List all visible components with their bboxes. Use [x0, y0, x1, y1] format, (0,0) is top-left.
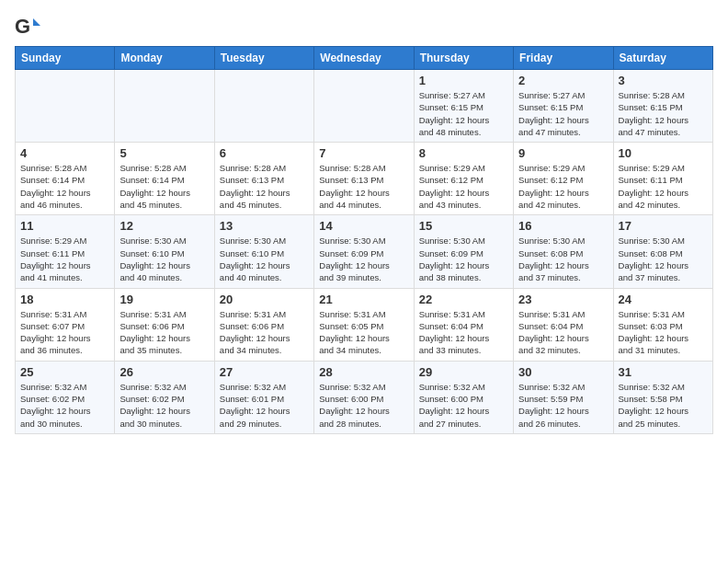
calendar-cell: 5Sunrise: 5:28 AM Sunset: 6:14 PM Daylig…: [115, 143, 214, 215]
day-detail: Sunrise: 5:29 AM Sunset: 6:11 PM Dayligh…: [619, 162, 708, 211]
day-number: 28: [319, 365, 408, 379]
calendar-cell: 11Sunrise: 5:29 AM Sunset: 6:11 PM Dayli…: [16, 215, 115, 288]
day-number: 25: [20, 365, 109, 379]
day-number: 9: [518, 146, 608, 160]
day-detail: Sunrise: 5:31 AM Sunset: 6:05 PM Dayligh…: [319, 308, 408, 357]
day-number: 2: [518, 74, 608, 87]
day-number: 15: [419, 219, 508, 233]
calendar-cell: 2Sunrise: 5:27 AM Sunset: 6:15 PM Daylig…: [514, 70, 613, 143]
day-detail: Sunrise: 5:27 AM Sunset: 6:15 PM Dayligh…: [518, 89, 608, 138]
weekday-header-monday: Monday: [115, 47, 214, 70]
calendar-cell: 18Sunrise: 5:31 AM Sunset: 6:07 PM Dayli…: [16, 288, 115, 361]
day-detail: Sunrise: 5:28 AM Sunset: 6:15 PM Dayligh…: [619, 89, 708, 138]
day-detail: Sunrise: 5:30 AM Sunset: 6:10 PM Dayligh…: [220, 235, 309, 283]
day-number: 13: [220, 219, 309, 233]
day-number: 24: [619, 293, 708, 306]
day-number: 6: [220, 146, 309, 160]
calendar-cell: 13Sunrise: 5:30 AM Sunset: 6:10 PM Dayli…: [214, 215, 313, 288]
day-detail: Sunrise: 5:28 AM Sunset: 6:14 PM Dayligh…: [20, 162, 109, 211]
day-number: 11: [20, 219, 109, 233]
calendar-cell: 3Sunrise: 5:28 AM Sunset: 6:15 PM Daylig…: [613, 70, 712, 143]
weekday-header-saturday: Saturday: [613, 47, 712, 70]
calendar-cell: 23Sunrise: 5:31 AM Sunset: 6:04 PM Dayli…: [514, 288, 613, 361]
day-number: 12: [119, 219, 209, 233]
day-detail: Sunrise: 5:28 AM Sunset: 6:13 PM Dayligh…: [319, 162, 408, 211]
day-detail: Sunrise: 5:32 AM Sunset: 6:02 PM Dayligh…: [20, 381, 109, 430]
day-number: 5: [119, 146, 209, 160]
day-detail: Sunrise: 5:30 AM Sunset: 6:08 PM Dayligh…: [518, 235, 608, 283]
svg-text:G: G: [15, 15, 30, 38]
day-number: 31: [619, 365, 708, 379]
day-detail: Sunrise: 5:31 AM Sunset: 6:03 PM Dayligh…: [619, 308, 708, 357]
logo-icon: G: [15, 15, 40, 40]
weekday-header-thursday: Thursday: [414, 47, 513, 70]
day-number: 30: [518, 365, 608, 379]
day-detail: Sunrise: 5:30 AM Sunset: 6:09 PM Dayligh…: [319, 235, 408, 283]
day-detail: Sunrise: 5:29 AM Sunset: 6:12 PM Dayligh…: [518, 162, 608, 211]
day-number: 18: [20, 293, 109, 306]
calendar-cell: 9Sunrise: 5:29 AM Sunset: 6:12 PM Daylig…: [514, 143, 613, 215]
calendar-cell: 14Sunrise: 5:30 AM Sunset: 6:09 PM Dayli…: [314, 215, 414, 288]
day-number: 22: [419, 293, 508, 306]
calendar-cell: 15Sunrise: 5:30 AM Sunset: 6:09 PM Dayli…: [414, 215, 513, 288]
weekday-header-tuesday: Tuesday: [214, 47, 313, 70]
day-number: 17: [619, 219, 708, 233]
calendar-cell: 21Sunrise: 5:31 AM Sunset: 6:05 PM Dayli…: [314, 288, 414, 361]
day-number: 8: [419, 146, 508, 160]
week-row-1: 1Sunrise: 5:27 AM Sunset: 6:15 PM Daylig…: [16, 70, 713, 143]
day-detail: Sunrise: 5:30 AM Sunset: 6:08 PM Dayligh…: [619, 235, 708, 283]
day-number: 26: [119, 365, 209, 379]
day-number: 29: [419, 365, 508, 379]
svg-marker-1: [33, 18, 40, 26]
calendar-cell: [214, 70, 313, 143]
calendar-cell: 19Sunrise: 5:31 AM Sunset: 6:06 PM Dayli…: [115, 288, 214, 361]
calendar-cell: [314, 70, 414, 143]
day-detail: Sunrise: 5:32 AM Sunset: 5:59 PM Dayligh…: [518, 381, 608, 430]
day-detail: Sunrise: 5:31 AM Sunset: 6:07 PM Dayligh…: [20, 308, 109, 357]
calendar-cell: 10Sunrise: 5:29 AM Sunset: 6:11 PM Dayli…: [613, 143, 712, 215]
day-number: 23: [518, 293, 608, 306]
calendar-cell: 22Sunrise: 5:31 AM Sunset: 6:04 PM Dayli…: [414, 288, 513, 361]
day-number: 7: [319, 146, 408, 160]
day-number: 19: [119, 293, 209, 306]
header: G: [15, 15, 713, 40]
calendar-cell: 6Sunrise: 5:28 AM Sunset: 6:13 PM Daylig…: [214, 143, 313, 215]
calendar-cell: 12Sunrise: 5:30 AM Sunset: 6:10 PM Dayli…: [115, 215, 214, 288]
calendar-cell: 17Sunrise: 5:30 AM Sunset: 6:08 PM Dayli…: [613, 215, 712, 288]
weekday-header-row: SundayMondayTuesdayWednesdayThursdayFrid…: [16, 47, 713, 70]
calendar-cell: 8Sunrise: 5:29 AM Sunset: 6:12 PM Daylig…: [414, 143, 513, 215]
day-detail: Sunrise: 5:32 AM Sunset: 6:01 PM Dayligh…: [220, 381, 309, 430]
day-number: 21: [319, 293, 408, 306]
day-detail: Sunrise: 5:32 AM Sunset: 6:02 PM Dayligh…: [119, 381, 209, 430]
week-row-2: 4Sunrise: 5:28 AM Sunset: 6:14 PM Daylig…: [16, 143, 713, 215]
calendar-cell: 16Sunrise: 5:30 AM Sunset: 6:08 PM Dayli…: [514, 215, 613, 288]
day-number: 3: [619, 74, 708, 87]
day-number: 10: [619, 146, 708, 160]
day-detail: Sunrise: 5:31 AM Sunset: 6:06 PM Dayligh…: [119, 308, 209, 357]
day-detail: Sunrise: 5:29 AM Sunset: 6:12 PM Dayligh…: [419, 162, 508, 211]
weekday-header-wednesday: Wednesday: [314, 47, 414, 70]
day-detail: Sunrise: 5:31 AM Sunset: 6:04 PM Dayligh…: [419, 308, 508, 357]
calendar-cell: 7Sunrise: 5:28 AM Sunset: 6:13 PM Daylig…: [314, 143, 414, 215]
week-row-4: 18Sunrise: 5:31 AM Sunset: 6:07 PM Dayli…: [16, 288, 713, 361]
day-detail: Sunrise: 5:30 AM Sunset: 6:10 PM Dayligh…: [119, 235, 209, 283]
calendar-cell: 27Sunrise: 5:32 AM Sunset: 6:01 PM Dayli…: [214, 361, 313, 433]
calendar-cell: 4Sunrise: 5:28 AM Sunset: 6:14 PM Daylig…: [16, 143, 115, 215]
day-detail: Sunrise: 5:29 AM Sunset: 6:11 PM Dayligh…: [20, 235, 109, 283]
calendar-cell: 20Sunrise: 5:31 AM Sunset: 6:06 PM Dayli…: [214, 288, 313, 361]
day-detail: Sunrise: 5:32 AM Sunset: 5:58 PM Dayligh…: [619, 381, 708, 430]
day-detail: Sunrise: 5:28 AM Sunset: 6:14 PM Dayligh…: [119, 162, 209, 211]
calendar-cell: 24Sunrise: 5:31 AM Sunset: 6:03 PM Dayli…: [613, 288, 712, 361]
logo: G: [15, 15, 44, 40]
calendar-cell: 29Sunrise: 5:32 AM Sunset: 6:00 PM Dayli…: [414, 361, 513, 433]
calendar-cell: [115, 70, 214, 143]
day-detail: Sunrise: 5:32 AM Sunset: 6:00 PM Dayligh…: [319, 381, 408, 430]
week-row-5: 25Sunrise: 5:32 AM Sunset: 6:02 PM Dayli…: [16, 361, 713, 433]
calendar-cell: 25Sunrise: 5:32 AM Sunset: 6:02 PM Dayli…: [16, 361, 115, 433]
calendar-cell: 31Sunrise: 5:32 AM Sunset: 5:58 PM Dayli…: [613, 361, 712, 433]
calendar-cell: 26Sunrise: 5:32 AM Sunset: 6:02 PM Dayli…: [115, 361, 214, 433]
day-detail: Sunrise: 5:32 AM Sunset: 6:00 PM Dayligh…: [419, 381, 508, 430]
day-number: 27: [220, 365, 309, 379]
calendar-table: SundayMondayTuesdayWednesdayThursdayFrid…: [15, 46, 713, 434]
day-number: 20: [220, 293, 309, 306]
